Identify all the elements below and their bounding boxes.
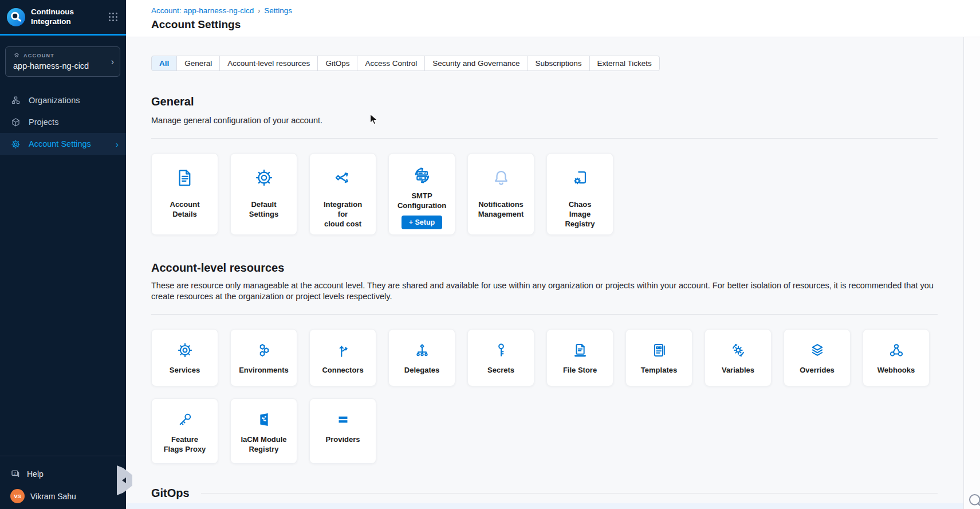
card-label: Account Details <box>168 199 202 219</box>
section-account-level-resources: Account-level resources These are resour… <box>151 261 938 464</box>
tab-gitops[interactable]: GitOps <box>317 56 357 71</box>
account-stack-icon <box>13 52 20 59</box>
chevron-right-icon: › <box>111 57 114 67</box>
cloud-cost-icon <box>333 167 353 188</box>
help-chat-icon: ? <box>10 469 21 479</box>
card-variables[interactable]: Variables <box>705 329 772 386</box>
card-environments[interactable]: Environments <box>230 329 297 386</box>
collapse-left-icon <box>122 477 126 483</box>
card-feature-flags-proxy[interactable]: Feature Flags Proxy <box>151 398 218 464</box>
section-general: General Manage general configuration of … <box>151 95 938 235</box>
help-button[interactable]: ? Help <box>0 456 126 479</box>
card-label: Chaos Image Registry <box>562 199 597 229</box>
card-label: Default Settings <box>247 199 281 219</box>
sidebar-nav: Organizations Projects Account Settings› <box>0 89 126 155</box>
card-label: Connectors <box>320 365 365 375</box>
tab-security-and-governance[interactable]: Security and Governance <box>424 56 528 71</box>
brand-accent-rule <box>0 34 126 36</box>
card-overrides[interactable]: Overrides <box>784 329 851 386</box>
breadcrumb: Account: app-harness-ng-cicd › Settings <box>151 6 980 15</box>
tab-account-level-resources[interactable]: Account-level resources <box>219 56 318 71</box>
card-delegates[interactable]: Delegates <box>388 329 455 386</box>
webhooks-icon <box>887 341 906 359</box>
tab-general[interactable]: General <box>176 56 220 71</box>
tab-subscriptions[interactable]: Subscriptions <box>528 56 590 71</box>
resources-section-description: These are resource only manageable at th… <box>151 280 938 303</box>
variables-icon <box>729 341 747 359</box>
card-label: Overrides <box>797 365 837 375</box>
general-card-grid: Account Details Default Settings Integra… <box>151 153 938 235</box>
right-rail <box>963 37 980 509</box>
breadcrumb-settings-link[interactable]: Settings <box>264 6 292 15</box>
account-name: app-harness-ng-cicd <box>13 61 105 71</box>
card-templates[interactable]: Templates <box>625 329 692 386</box>
card-label: Environments <box>237 365 291 375</box>
feedback-bubble-icon[interactable] <box>967 491 980 509</box>
settings-content: AllGeneralAccount-level resourcesGitOpsA… <box>126 37 980 500</box>
card-label: Providers <box>324 434 363 444</box>
sidebar-item-projects[interactable]: Projects <box>0 111 126 133</box>
smtp-icon <box>412 165 432 186</box>
card-label: Secrets <box>485 365 517 375</box>
sidebar-footer: ? Help VS Vikram Sahu <box>0 456 126 509</box>
card-secrets[interactable]: Secrets <box>467 329 534 386</box>
general-section-title: General <box>151 95 938 108</box>
account-selector[interactable]: ACCOUNT app-harness-ng-cicd › <box>5 46 120 77</box>
card-notifications-management[interactable]: Notifications Management <box>467 153 534 235</box>
resources-section-title: Account-level resources <box>151 261 938 275</box>
connectors-icon <box>334 341 352 359</box>
section-gitops: GitOps <box>151 487 938 500</box>
harness-ci-logo[interactable] <box>6 7 26 27</box>
services-icon <box>176 341 194 359</box>
module-grid-icon[interactable] <box>108 12 118 22</box>
feature-flags-proxy-icon <box>176 410 194 429</box>
card-label: Feature Flags Proxy <box>162 434 208 454</box>
sidebar-item-account-settings[interactable]: Account Settings› <box>0 133 126 155</box>
breadcrumb-account-link[interactable]: Account: app-harness-ng-cicd <box>151 6 254 15</box>
general-section-description: Manage general configuration of your acc… <box>151 115 938 127</box>
card-default-settings[interactable]: Default Settings <box>230 153 297 235</box>
card-chaos-image-registry[interactable]: Chaos Image Registry <box>546 153 613 235</box>
default-settings-icon <box>254 167 274 188</box>
card-smtp-configuration[interactable]: SMTP Configuration+ Setup <box>388 153 455 235</box>
card-label: Webhooks <box>875 365 918 375</box>
tab-external-tickets[interactable]: External Tickets <box>589 56 660 71</box>
settings-tabbar: AllGeneralAccount-level resourcesGitOpsA… <box>151 56 660 71</box>
card-iacm-module-registry[interactable]: IaCM Module Registry <box>230 398 297 464</box>
smtp-setup-button[interactable]: + Setup <box>402 216 443 229</box>
templates-icon <box>650 341 668 359</box>
projects-icon <box>10 117 21 128</box>
card-label: SMTP Configuration <box>395 191 448 210</box>
organizations-icon <box>10 95 21 106</box>
overrides-icon <box>808 341 826 359</box>
user-menu[interactable]: VS Vikram Sahu <box>0 479 126 509</box>
chevron-right-icon: › <box>116 139 119 149</box>
card-connectors[interactable]: Connectors <box>309 329 376 386</box>
card-providers[interactable]: Providers <box>309 398 376 464</box>
divider <box>151 138 938 139</box>
card-webhooks[interactable]: Webhooks <box>863 329 930 386</box>
sidebar-item-label: Projects <box>29 118 58 127</box>
divider <box>151 314 938 315</box>
card-services[interactable]: Services <box>151 329 218 386</box>
card-account-details[interactable]: Account Details <box>151 153 218 235</box>
providers-icon <box>334 410 352 429</box>
card-label: Notifications Management <box>476 199 526 219</box>
card-file-store[interactable]: File Store <box>546 329 613 386</box>
tab-access-control[interactable]: Access Control <box>357 56 425 71</box>
help-label: Help <box>27 469 44 479</box>
next-section-strip <box>126 503 963 509</box>
environments-icon <box>255 341 273 359</box>
card-integration-for-cloud-cost[interactable]: Integration for cloud cost <box>309 153 376 235</box>
card-label: Templates <box>639 365 679 375</box>
chaos-registry-icon <box>570 167 591 188</box>
card-label: Services <box>167 365 203 375</box>
card-label: File Store <box>561 365 599 375</box>
tab-all[interactable]: All <box>151 56 177 71</box>
gitops-section-title: GitOps <box>151 487 190 500</box>
delegates-icon <box>413 341 431 359</box>
sidebar-item-organizations[interactable]: Organizations <box>0 89 126 111</box>
secrets-icon <box>492 341 510 359</box>
breadcrumb-separator: › <box>258 7 260 15</box>
divider <box>201 493 938 494</box>
